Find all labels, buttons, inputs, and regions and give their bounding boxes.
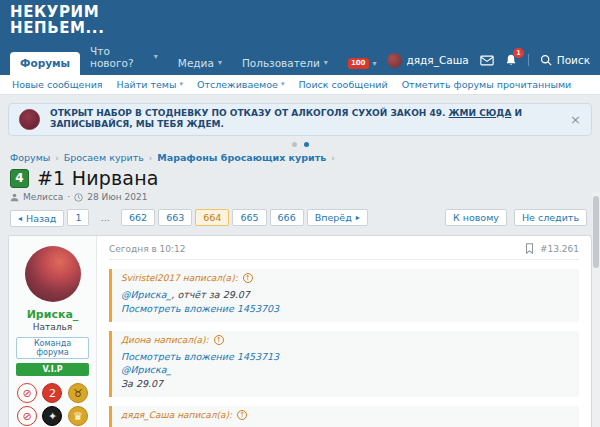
banner-dot-1[interactable] [292, 142, 297, 147]
subnav-item[interactable]: Отметить форумы прочитанными [402, 79, 572, 90]
subnav-label: Найти темы [117, 79, 177, 90]
notice-banner: ОТКРЫТ НАБОР В СТОДНЕВКУ ПО ОТКАЗУ ОТ АЛ… [8, 103, 592, 136]
site-header: НЕКУРИМ НЕПЬЕМ... ФорумыЧто нового?▾Меди… [0, 0, 600, 75]
close-icon[interactable]: × [570, 113, 581, 126]
tab-Что нового?[interactable]: Что нового?▾ [80, 40, 168, 75]
chevron-down-icon: ▾ [373, 59, 377, 68]
ninja-badge-icon: ✦ [42, 406, 62, 426]
main-nav: ФорумыЧто нового?▾Медиа▾Пользователи▾100… [10, 40, 590, 75]
user-avatar [387, 53, 402, 68]
quote-author[interactable]: дядя_Саша написал(а):↑ [121, 410, 570, 420]
subnav-label: Отметить форумы прочитанными [402, 79, 572, 90]
quote-link[interactable]: Посмотреть вложение 1453703 [121, 303, 279, 314]
no-smoking-badge-icon: ⊘ [17, 383, 37, 403]
next-label: Вперёд [315, 212, 352, 223]
alerts-button[interactable]: 1 [505, 54, 517, 67]
quote-author[interactable]: Диона написал(а):↑ [121, 335, 570, 345]
quote-author-label: дядя_Саша написал(а): [121, 410, 232, 420]
prev-page-button[interactable]: ◂Назад [10, 210, 64, 227]
breadcrumb-item[interactable]: Марафоны бросающих курить [157, 152, 326, 163]
alert-count-badge: 1 [513, 48, 524, 58]
subnav-item[interactable]: Новые сообщения [12, 79, 103, 90]
quote-author-label: Sviristel2017 написал(а): [121, 273, 238, 283]
thread-meta: Мелисса · 28 Июн 2021 [0, 191, 600, 202]
bookmark-icon[interactable] [525, 243, 534, 254]
author-username[interactable]: Ириска_ [15, 308, 90, 321]
apple-2-badge-icon: 2 [42, 383, 62, 403]
scrollbar-thumb[interactable] [593, 196, 599, 268]
page-buttons: ◂Назад1…662663664665666Вперёд▸ [10, 209, 371, 227]
search-button[interactable]: Поиск [528, 54, 590, 66]
arrow-left-icon: ◂ [18, 214, 22, 223]
stodnevka-logo-icon [19, 109, 40, 130]
post-header-right: #13.261 [525, 243, 579, 254]
account-menu[interactable]: дядя_Саша [387, 53, 469, 68]
thread-author[interactable]: Мелисса [23, 192, 63, 202]
chevron-down-icon: ▾ [179, 80, 183, 88]
thread-date[interactable]: 28 Июн 2021 [87, 192, 147, 202]
subnav: Новые сообщенияНайти темы▾Отслеживаемое▾… [0, 75, 600, 95]
page-button[interactable]: 1 [67, 209, 89, 226]
chevron-right-icon: › [149, 153, 152, 163]
person-icon [10, 193, 19, 202]
thread-prefix-badge[interactable]: 4 [10, 169, 29, 188]
author-avatar[interactable] [25, 246, 81, 302]
no-alcohol-badge-icon: ⊘ [17, 406, 37, 426]
unfollow-button[interactable]: Не следить [514, 209, 587, 226]
breadcrumb-item[interactable]: Форумы [10, 152, 50, 163]
chevron-down-icon: ▾ [281, 80, 285, 88]
page-button[interactable]: 663 [158, 209, 192, 226]
notice-link[interactable]: ЖМИ СЮДА [449, 108, 512, 118]
envelope-icon [480, 55, 494, 66]
quote-link[interactable]: @Ириска_ [121, 289, 171, 300]
author-panel: Ириска_ Наталья Команда форума V.I.P ⊘2♉… [9, 236, 97, 427]
pagination: ◂Назад1…662663664665666Вперёд▸ К новому … [0, 202, 600, 229]
chevron-down-icon: ▾ [324, 58, 328, 67]
subnav-item[interactable]: Поиск сообщений [298, 79, 387, 90]
post-number[interactable]: #13.261 [540, 244, 579, 254]
quote-author[interactable]: Sviristel2017 написал(а):↑ [121, 273, 570, 283]
chevron-right-icon: › [55, 153, 58, 163]
thread-title-row: 4 #1 Нирвана [0, 166, 600, 191]
site-logo[interactable]: НЕКУРИМ НЕПЬЕМ... [10, 5, 590, 37]
breadcrumb-item[interactable]: Бросаем курить [64, 152, 144, 163]
subnav-label: Новые сообщения [12, 79, 103, 90]
expand-up-arrow-icon: ↑ [237, 410, 247, 420]
expand-up-arrow-icon: ↑ [243, 273, 253, 283]
tab-Форумы[interactable]: Форумы [10, 52, 80, 75]
quote-block: Диона написал(а):↑Посмотреть вложение 14… [109, 331, 579, 397]
winged-trophy-badge-icon: ♛ [68, 406, 88, 426]
post-timestamp[interactable]: Сегодня в 10:12 [109, 244, 186, 254]
chevron-right-icon: › [331, 153, 334, 163]
post-card: Ириска_ Наталья Команда форума V.I.P ⊘2♉… [8, 235, 592, 427]
expand-up-arrow-icon: ↑ [214, 335, 224, 345]
search-icon [540, 54, 552, 66]
tab-100[interactable]: 100▾ [338, 53, 387, 75]
quote-body: @Ириска_, отчёт за 29.07Посмотреть вложе… [121, 288, 570, 316]
quote-text: За 29.07 [121, 378, 163, 389]
quote-link[interactable]: @Ириска_ [121, 364, 171, 375]
tab-Пользователи[interactable]: Пользователи▾ [232, 52, 338, 75]
page-button[interactable]: 666 [270, 209, 304, 226]
notice-text: ОТКРЫТ НАБОР В СТОДНЕВКУ ПО ОТКАЗУ ОТ АЛ… [50, 108, 560, 131]
quote-block: Sviristel2017 написал(а):↑@Ириска_, отчё… [109, 269, 579, 322]
to-new-button[interactable]: К новому [445, 209, 507, 226]
next-page-button[interactable]: Вперёд▸ [307, 209, 368, 226]
quote-body: Посмотреть вложение 1453713@Ириска_За 29… [121, 350, 570, 391]
banner-dot-2[interactable] [304, 142, 309, 147]
award-badges: ⊘2♉⊘✦♛♉2♥❄◀❀ [15, 383, 90, 427]
subnav-item[interactable]: Отслеживаемое▾ [197, 79, 285, 90]
breadcrumb: Форумы›Бросаем курить›Марафоны бросающих… [0, 150, 600, 166]
page-button[interactable]: 664 [195, 209, 229, 226]
page-button[interactable]: 662 [121, 209, 155, 226]
quote-link[interactable]: Посмотреть вложение 1453713 [121, 351, 279, 362]
tab-Медиа[interactable]: Медиа▾ [168, 52, 232, 75]
vip-badge: V.I.P [16, 363, 89, 376]
clock-icon [74, 193, 83, 202]
inbox-button[interactable] [480, 55, 494, 66]
subnav-item[interactable]: Найти темы▾ [117, 79, 183, 90]
scrollbar-track[interactable] [592, 192, 600, 427]
tab-label: Форумы [20, 57, 70, 69]
page-button[interactable]: 665 [232, 209, 266, 226]
tab-label: Пользователи [242, 57, 320, 69]
